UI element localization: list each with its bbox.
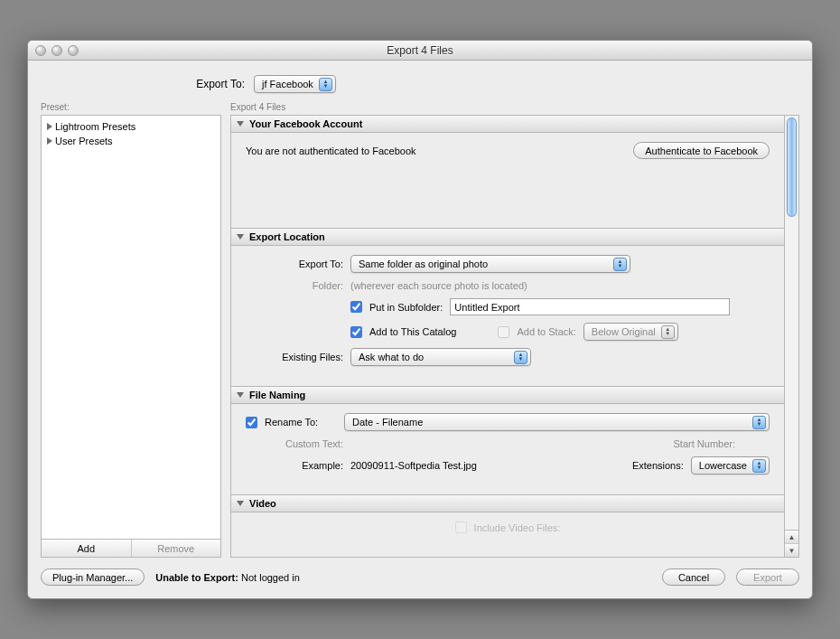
folder-label: Folder: <box>246 280 343 291</box>
titlebar: Export 4 Files <box>28 41 812 61</box>
preset-item-label: Lightroom Presets <box>55 121 135 132</box>
section-title: File Naming <box>249 390 305 400</box>
chevron-down-icon <box>237 501 244 506</box>
section-account-header[interactable]: Your Facebook Account <box>231 116 784 133</box>
section-title: Video <box>249 498 276 509</box>
plugin-manager-button[interactable]: Plug-in Manager... <box>41 569 145 586</box>
chevron-updown-icon <box>319 78 332 91</box>
chevron-updown-icon <box>514 351 527 364</box>
subfolder-label: Put in Subfolder: <box>369 302 443 313</box>
cancel-button[interactable]: Cancel <box>662 569 725 586</box>
scroll-up-icon[interactable]: ▲ <box>785 530 798 543</box>
existing-label: Existing Files: <box>246 352 343 362</box>
preset-tree-item[interactable]: Lightroom Presets <box>43 119 219 134</box>
chevron-updown-icon <box>661 325 675 339</box>
main-heading: Export 4 Files <box>230 102 799 112</box>
subfolder-checkbox[interactable] <box>350 301 362 313</box>
preset-item-label: User Presets <box>55 136 113 146</box>
folder-hint: (wherever each source photo is located) <box>350 280 527 291</box>
export-dialog: Export 4 Files Export To: jf Facebook Pr… <box>27 40 813 599</box>
window-title: Export 4 Files <box>28 44 812 57</box>
rename-checkbox[interactable] <box>246 417 257 428</box>
scroll-down-icon[interactable]: ▼ <box>785 543 798 557</box>
section-title: Export Location <box>249 231 325 242</box>
disclosure-triangle-icon <box>47 123 52 130</box>
add-stack-checkbox <box>498 326 509 338</box>
section-title: Your Facebook Account <box>249 118 362 129</box>
example-label: Example: <box>246 460 343 471</box>
start-number-label: Start Number: <box>674 438 735 449</box>
remove-preset-button: Remove <box>132 540 221 557</box>
rename-template-select[interactable]: Date - Filename <box>344 413 770 431</box>
extensions-select[interactable]: Lowercase <box>691 456 770 475</box>
preset-heading: Preset: <box>41 102 221 112</box>
stack-select: Below Original <box>583 323 678 341</box>
settings-panels: Your Facebook Account You are not authen… <box>230 115 785 558</box>
scrollbar-thumb[interactable] <box>787 117 797 217</box>
export-to-label: Export To: <box>41 78 245 90</box>
chevron-down-icon <box>237 392 244 398</box>
export-to-select[interactable]: jf Facebook <box>254 75 336 93</box>
preset-tree-item[interactable]: User Presets <box>43 134 219 148</box>
chevron-down-icon <box>237 234 244 240</box>
add-stack-label: Add to Stack: <box>517 326 575 337</box>
chevron-updown-icon <box>752 416 766 429</box>
chevron-down-icon <box>237 121 244 127</box>
add-catalog-label: Add to This Catalog <box>369 326 456 337</box>
disclosure-triangle-icon <box>47 137 52 145</box>
export-to-value: jf Facebook <box>262 79 313 89</box>
export-to-label: Export To: <box>246 258 343 269</box>
export-button: Export <box>736 569 799 586</box>
chevron-updown-icon <box>752 459 766 473</box>
custom-text-label: Custom Text: <box>246 438 343 449</box>
add-preset-button[interactable]: Add <box>42 540 132 557</box>
example-value: 20090911-Softpedia Test.jpg <box>350 460 477 471</box>
include-video-checkbox <box>455 522 467 533</box>
export-status: Unable to Export: Not logged in <box>155 572 300 583</box>
include-video-label: Include Video Files: <box>474 522 561 533</box>
existing-files-select[interactable]: Ask what to do <box>350 348 531 366</box>
section-video-header[interactable]: Video <box>231 494 784 512</box>
authenticate-button[interactable]: Authenticate to Facebook <box>633 142 770 159</box>
auth-status: You are not authenticated to Facebook <box>246 146 416 156</box>
preset-list[interactable]: Lightroom Presets User Presets <box>41 115 221 540</box>
chevron-updown-icon <box>613 258 627 271</box>
extensions-label: Extensions: <box>632 460 684 471</box>
rename-label: Rename To: <box>265 417 337 428</box>
subfolder-input[interactable] <box>450 298 730 315</box>
export-location-select[interactable]: Same folder as original photo <box>350 255 630 273</box>
section-location-header[interactable]: Export Location <box>231 228 784 246</box>
vertical-scrollbar[interactable]: ▲ ▼ <box>785 115 799 558</box>
section-naming-header[interactable]: File Naming <box>231 386 784 404</box>
add-catalog-checkbox[interactable] <box>350 326 362 338</box>
